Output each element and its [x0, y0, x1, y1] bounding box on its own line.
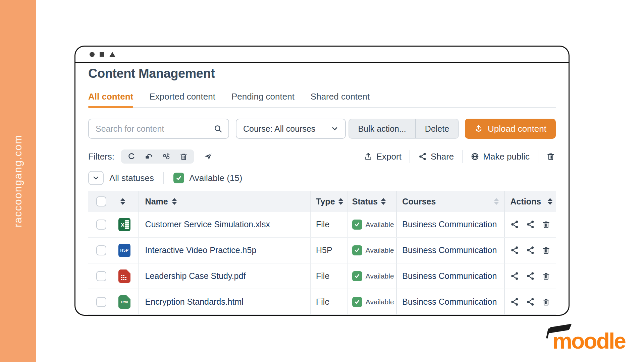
row-checkbox[interactable]	[96, 220, 106, 230]
window-control-triangle-icon[interactable]	[109, 52, 115, 57]
sort-icon[interactable]	[338, 198, 343, 205]
trash-icon[interactable]	[542, 246, 550, 255]
header-name-label: Name	[145, 197, 168, 206]
check-icon	[354, 247, 360, 253]
share-icon[interactable]	[510, 220, 519, 229]
share-icon[interactable]	[510, 297, 519, 306]
link-options-icon[interactable]	[162, 152, 171, 161]
row-select-cell: x	[88, 212, 139, 237]
upload-content-label: Upload content	[488, 124, 546, 134]
header-status[interactable]: Status	[347, 191, 397, 212]
send-plane-icon[interactable]	[203, 152, 213, 161]
search-box	[88, 119, 229, 139]
file-name-link[interactable]: Customer Service Simulation.xlsx	[145, 220, 270, 229]
share-alt-icon[interactable]	[526, 297, 535, 306]
row-select-cell: H5P	[88, 238, 139, 263]
share-button[interactable]: Share	[410, 152, 462, 162]
search-input[interactable]	[95, 124, 214, 134]
status-label: Available	[366, 298, 394, 306]
share-icon[interactable]	[510, 246, 519, 255]
tab-all-content[interactable]: All content	[88, 92, 133, 107]
file-type-label: File	[316, 271, 329, 281]
tab-exported-content[interactable]: Exported content	[149, 92, 215, 107]
course-link[interactable]: Business Communication	[402, 220, 497, 229]
window-control-circle-icon[interactable]	[90, 52, 95, 57]
header-actions-label: Actions	[510, 197, 541, 206]
row-courses-cell: Business Communication	[397, 263, 505, 289]
row-checkbox[interactable]	[96, 245, 106, 255]
status-available-badge	[352, 220, 362, 230]
trash-icon	[546, 152, 555, 161]
rotate-box-icon[interactable]	[145, 152, 153, 161]
select-all-checkbox[interactable]	[96, 196, 106, 206]
course-link[interactable]: Business Communication	[402, 245, 497, 255]
header-actions[interactable]: Actions	[505, 191, 556, 212]
upload-content-button[interactable]: Upload content	[465, 119, 556, 139]
header-type[interactable]: Type	[311, 191, 347, 212]
file-name-link[interactable]: Leadership Case Study.pdf	[145, 271, 246, 281]
file-type-label: File	[316, 220, 329, 229]
check-icon	[354, 273, 360, 279]
window-control-square-icon[interactable]	[100, 52, 104, 57]
brand-watermark: raccoongang.com	[12, 135, 24, 227]
sort-icon[interactable]	[381, 198, 386, 205]
row-status-cell: Available	[347, 289, 397, 314]
share-alt-icon[interactable]	[526, 272, 535, 281]
delete-button[interactable]: Delete	[416, 119, 458, 138]
file-name-link[interactable]: Interactive Video Practice.h5p	[145, 245, 257, 255]
course-filter-select[interactable]: Course: All courses	[236, 119, 346, 139]
all-statuses-label: All statuses	[109, 173, 154, 183]
sort-icon[interactable]	[548, 198, 552, 205]
trash-icon[interactable]	[542, 298, 550, 306]
moodle-logo-text: moodle	[552, 328, 625, 353]
share-icon	[418, 152, 427, 161]
file-type-label: File	[316, 297, 329, 307]
trash-icon[interactable]	[542, 272, 550, 281]
file-name-link[interactable]: Encryption Standards.html	[145, 297, 244, 307]
tab-shared-content[interactable]: Shared content	[311, 92, 370, 107]
status-label: Available	[366, 221, 394, 229]
browser-window: Content Management All content Exported …	[74, 46, 570, 316]
make-public-label: Make public	[483, 152, 530, 162]
table-row: Leadership Case Study.pdf File Available…	[88, 263, 556, 289]
make-public-button[interactable]: Make public	[463, 152, 538, 162]
filter-icon-group	[121, 149, 194, 164]
header-name[interactable]: Name	[139, 191, 311, 212]
row-status-cell: Available	[347, 238, 397, 263]
status-available-badge	[352, 245, 362, 255]
sort-icon[interactable]	[120, 198, 125, 205]
content-table: Name Type Status Courses Actions	[88, 191, 556, 315]
status-filter-select[interactable]	[88, 171, 104, 185]
share-alt-icon[interactable]	[526, 246, 535, 255]
course-link[interactable]: Business Communication	[402, 271, 497, 281]
bulk-delete-button[interactable]	[538, 152, 556, 161]
content-tabs: All content Exported content Pending con…	[88, 92, 556, 108]
refresh-icon[interactable]	[127, 152, 136, 161]
graduation-cap-tassel	[546, 328, 550, 339]
row-actions-cell	[505, 238, 556, 263]
row-checkbox[interactable]	[96, 297, 106, 307]
row-actions-cell	[505, 289, 556, 314]
row-actions-cell	[505, 212, 556, 237]
chevron-down-icon	[331, 125, 338, 132]
sort-icon[interactable]	[172, 198, 177, 205]
available-checkbox[interactable]	[173, 173, 184, 183]
excel-file-icon: x	[118, 218, 130, 231]
header-courses[interactable]: Courses	[397, 191, 505, 212]
sort-icon[interactable]	[494, 198, 499, 205]
share-alt-icon[interactable]	[526, 220, 535, 229]
trash-icon[interactable]	[179, 153, 188, 161]
export-label: Export	[376, 152, 401, 162]
check-icon	[354, 299, 360, 305]
course-link[interactable]: Business Communication	[402, 297, 497, 307]
row-status-cell: Available	[347, 212, 397, 237]
row-checkbox[interactable]	[96, 271, 106, 281]
tab-pending-content[interactable]: Pending content	[231, 92, 294, 107]
row-actions-cell	[505, 263, 556, 289]
share-icon[interactable]	[510, 272, 519, 281]
row-courses-cell: Business Communication	[397, 289, 505, 314]
h5p-file-icon: H5P	[118, 244, 130, 257]
trash-icon[interactable]	[542, 220, 550, 229]
export-button[interactable]: Export	[356, 152, 410, 162]
bulk-action-button[interactable]: Bulk action...	[349, 119, 415, 138]
